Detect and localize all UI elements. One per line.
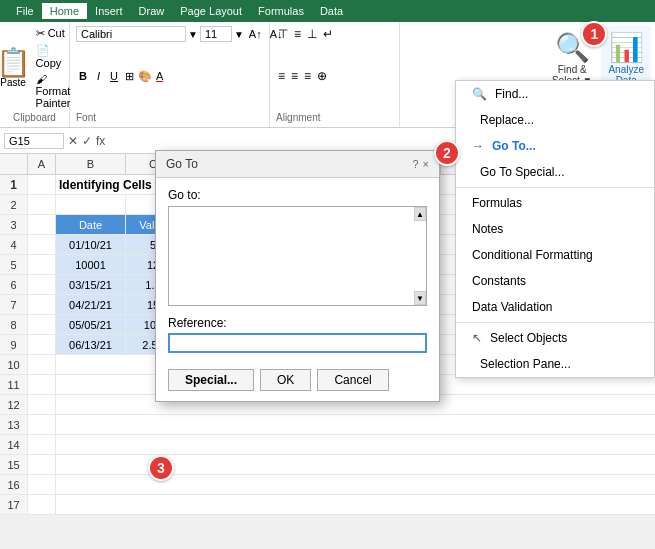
- paste-button[interactable]: 📋 Paste: [0, 49, 31, 88]
- font-color-button[interactable]: A: [156, 70, 163, 82]
- special-button[interactable]: Special...: [168, 369, 254, 391]
- cell-a13[interactable]: [28, 415, 56, 434]
- cell-b2[interactable]: [56, 195, 126, 214]
- cut-button[interactable]: ✂ Cut: [33, 26, 74, 41]
- col-header-b[interactable]: B: [56, 154, 126, 174]
- tab-file[interactable]: File: [8, 3, 42, 19]
- wrap-text-button[interactable]: ↵: [321, 26, 335, 42]
- menu-selection-pane[interactable]: Selection Pane...: [456, 351, 654, 377]
- tab-home[interactable]: Home: [42, 3, 87, 19]
- row-num-11: 11: [0, 375, 28, 394]
- cell-a1[interactable]: [28, 175, 56, 194]
- cancel-button[interactable]: Cancel: [317, 369, 388, 391]
- tab-formulas[interactable]: Formulas: [250, 3, 312, 19]
- format-painter-button[interactable]: 🖌 Format Painter: [33, 72, 74, 110]
- confirm-formula-icon[interactable]: ✓: [82, 134, 92, 148]
- listbox-scroll: ▲ ▼: [169, 207, 426, 305]
- cell-a10[interactable]: [28, 355, 56, 374]
- dialog-help-button[interactable]: ?: [412, 158, 418, 170]
- italic-button[interactable]: I: [94, 69, 103, 83]
- align-bottom-button[interactable]: ⊥: [305, 26, 319, 42]
- alignment-group: ⊤ ≡ ⊥ ↵ ≡ ≡ ≡ ⊕ Alignment: [270, 22, 400, 127]
- font-name-input[interactable]: [76, 26, 186, 42]
- menu-goto-special[interactable]: Go To Special...: [456, 159, 654, 185]
- menu-goto[interactable]: → Go To...: [456, 133, 654, 159]
- menu-select-objects-label: Select Objects: [490, 331, 567, 345]
- goto-listbox[interactable]: ▲ ▼: [168, 206, 427, 306]
- cell-b9[interactable]: 06/13/21: [56, 335, 126, 354]
- tab-draw[interactable]: Draw: [131, 3, 173, 19]
- cell-a15[interactable]: [28, 455, 56, 474]
- cell-a16[interactable]: [28, 475, 56, 494]
- dialog-footer: Special... OK Cancel: [156, 363, 439, 401]
- menu-data-validation[interactable]: Data Validation: [456, 294, 654, 320]
- tab-page-layout[interactable]: Page Layout: [172, 3, 250, 19]
- tab-insert[interactable]: Insert: [87, 3, 131, 19]
- table-row: 16: [0, 475, 655, 495]
- menu-formulas[interactable]: Formulas: [456, 190, 654, 216]
- menu-constants[interactable]: Constants: [456, 268, 654, 294]
- row-num-3: 3: [0, 215, 28, 234]
- cell-a7[interactable]: [28, 295, 56, 314]
- tab-data[interactable]: Data: [312, 3, 351, 19]
- merge-cells-button[interactable]: ⊕: [315, 68, 329, 84]
- dialog-controls: ? ×: [412, 158, 429, 170]
- table-row: 17: [0, 495, 655, 515]
- insert-function-icon[interactable]: fx: [96, 134, 105, 148]
- align-right-button[interactable]: ≡: [302, 68, 313, 84]
- cell-b8[interactable]: 05/05/21: [56, 315, 126, 334]
- menu-conditional[interactable]: Conditional Formatting: [456, 242, 654, 268]
- fill-color-button[interactable]: 🎨: [138, 70, 152, 83]
- col-header-a[interactable]: A: [28, 154, 56, 174]
- menu-replace[interactable]: Replace...: [456, 107, 654, 133]
- cell-b6[interactable]: 03/15/21: [56, 275, 126, 294]
- cell-a3[interactable]: [28, 215, 56, 234]
- corner-cell: [0, 154, 28, 174]
- cell-a5[interactable]: [28, 255, 56, 274]
- increase-font-button[interactable]: A↑: [246, 27, 265, 41]
- cell-b3-header[interactable]: Date: [56, 215, 126, 234]
- cell-b5[interactable]: 10001: [56, 255, 126, 274]
- cell-a14[interactable]: [28, 435, 56, 454]
- cell-a12[interactable]: [28, 395, 56, 414]
- cancel-formula-icon[interactable]: ✕: [68, 134, 78, 148]
- align-left-button[interactable]: ≡: [276, 68, 287, 84]
- row-num-16: 16: [0, 475, 28, 494]
- underline-button[interactable]: U: [107, 69, 121, 83]
- cell-a2[interactable]: [28, 195, 56, 214]
- row-num-1: 1: [0, 175, 28, 194]
- reference-input[interactable]: [168, 333, 427, 353]
- cell-a17[interactable]: [28, 495, 56, 514]
- menu-select-objects[interactable]: ↖ Select Objects: [456, 325, 654, 351]
- name-box[interactable]: [4, 133, 64, 149]
- menu-notes[interactable]: Notes: [456, 216, 654, 242]
- align-center-button[interactable]: ≡: [289, 68, 300, 84]
- goto-dialog[interactable]: Go To ? × Go to: ▲ ▼ Reference: Special.…: [155, 150, 440, 402]
- cell-a11[interactable]: [28, 375, 56, 394]
- row-num-2: 2: [0, 195, 28, 214]
- font-size-dropdown[interactable]: ▼: [234, 29, 244, 40]
- menu-find[interactable]: 🔍 Find...: [456, 81, 654, 107]
- find-select-dropdown: 🔍 Find... Replace... → Go To... Go To Sp…: [455, 80, 655, 378]
- cell-a9[interactable]: [28, 335, 56, 354]
- cell-a8[interactable]: [28, 315, 56, 334]
- align-top-button[interactable]: ⊤: [276, 26, 290, 42]
- table-row: 14: [0, 435, 655, 455]
- copy-button[interactable]: 📄 Copy: [33, 43, 74, 70]
- font-name-dropdown[interactable]: ▼: [188, 29, 198, 40]
- menu-goto-special-label: Go To Special...: [480, 165, 565, 179]
- dialog-close-button[interactable]: ×: [423, 158, 429, 170]
- font-size-input[interactable]: [200, 26, 232, 42]
- ok-button[interactable]: OK: [260, 369, 311, 391]
- scroll-up-button[interactable]: ▲: [414, 207, 426, 221]
- scroll-down-button[interactable]: ▼: [414, 291, 426, 305]
- cell-a6[interactable]: [28, 275, 56, 294]
- cell-b4[interactable]: 01/10/21: [56, 235, 126, 254]
- menu-formulas-label: Formulas: [472, 196, 522, 210]
- cell-a4[interactable]: [28, 235, 56, 254]
- align-middle-button[interactable]: ≡: [292, 26, 303, 42]
- cell-b7[interactable]: 04/21/21: [56, 295, 126, 314]
- bold-button[interactable]: B: [76, 69, 90, 83]
- formula-icons: ✕ ✓ fx: [68, 134, 105, 148]
- border-button[interactable]: ⊞: [125, 70, 134, 83]
